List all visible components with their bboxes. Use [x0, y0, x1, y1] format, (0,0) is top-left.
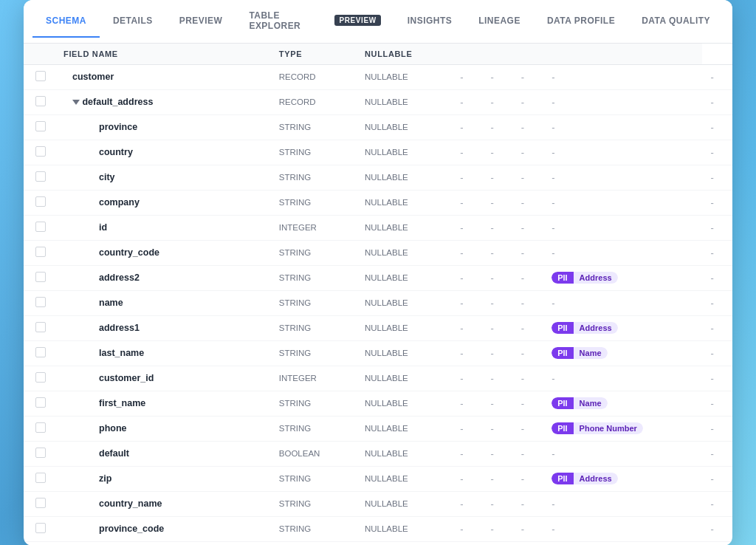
- tab-lineage[interactable]: LINEAGE: [465, 5, 534, 38]
- row-checkbox[interactable]: [35, 397, 46, 408]
- row-checkbox[interactable]: [35, 322, 46, 332]
- row-checkbox-cell: [24, 215, 55, 240]
- c3-cell: -: [512, 140, 543, 165]
- tab-data-quality[interactable]: DATA QUALITY: [628, 5, 724, 38]
- nullable-cell: NULLABLE: [356, 240, 451, 265]
- nullable-cell: NULLABLE: [356, 491, 451, 516]
- field-name-text: zip: [99, 473, 111, 484]
- last-col-cell: -: [702, 240, 732, 265]
- field-name-text: province_code: [99, 524, 164, 534]
- row-checkbox[interactable]: [35, 247, 46, 257]
- field-name-text: city: [99, 172, 115, 182]
- row-checkbox[interactable]: [35, 347, 46, 357]
- pii-cell: -: [543, 290, 701, 315]
- c2-cell: -: [481, 366, 512, 391]
- field-name-text: company: [99, 197, 140, 208]
- last-col-cell: -: [702, 391, 732, 416]
- c1-cell: -: [451, 64, 481, 89]
- row-checkbox[interactable]: [35, 121, 46, 131]
- row-checkbox[interactable]: [35, 222, 46, 232]
- pii-label: PII: [551, 397, 573, 409]
- table-row: country_nameSTRINGNULLABLE-----: [24, 491, 732, 516]
- field-name-cell: company: [55, 190, 270, 215]
- field-type-cell: BOOLEAN: [270, 441, 356, 466]
- col-c4: [543, 44, 701, 65]
- c1-cell: -: [451, 240, 481, 265]
- last-col-cell: -: [702, 140, 732, 165]
- row-checkbox[interactable]: [35, 523, 46, 533]
- field-name-text: name: [99, 298, 123, 308]
- col-field-name: FIELD NAME: [55, 44, 270, 65]
- pii-label: PII: [551, 322, 573, 334]
- c2-cell: -: [481, 140, 512, 165]
- c3-cell: -: [512, 240, 543, 265]
- row-checkbox-cell: [24, 265, 55, 290]
- tab-details[interactable]: DETAILS: [100, 5, 166, 38]
- field-name-cell: customer_id: [55, 366, 270, 391]
- table-row: phoneSTRINGNULLABLE---PIIPhone Number-: [24, 416, 732, 441]
- row-checkbox[interactable]: [35, 96, 46, 106]
- c2-cell: -: [481, 165, 512, 190]
- nullable-cell: NULLABLE: [356, 190, 451, 215]
- pii-label: PII: [551, 347, 573, 359]
- last-col-cell: -: [702, 441, 732, 466]
- table-row: province_codeSTRINGNULLABLE-----: [24, 516, 732, 541]
- pii-cell: -: [543, 89, 701, 114]
- c1-cell: -: [451, 340, 481, 366]
- nullable-cell: NULLABLE: [356, 165, 451, 190]
- row-checkbox[interactable]: [35, 272, 46, 282]
- nullable-cell: NULLABLE: [356, 315, 451, 340]
- last-col-cell: -: [702, 466, 732, 491]
- tab-insights[interactable]: INSIGHTS: [394, 5, 466, 38]
- expand-down-btn[interactable]: [72, 100, 80, 105]
- row-checkbox[interactable]: [35, 171, 46, 182]
- c1-cell: -: [451, 290, 481, 315]
- row-checkbox[interactable]: [35, 71, 46, 81]
- c3-cell: -: [512, 190, 543, 215]
- table-row: country_codeSTRINGNULLABLE-----: [24, 240, 732, 265]
- row-checkbox[interactable]: [35, 297, 46, 307]
- field-type-cell: RECORD: [270, 64, 356, 89]
- tab-schema[interactable]: SCHEMA: [32, 5, 100, 38]
- col-checkbox: [24, 44, 55, 65]
- main-container: SCHEMA DETAILS PREVIEW TABLE EXPLORER PR…: [24, 0, 732, 545]
- tab-preview[interactable]: PREVIEW: [166, 5, 236, 38]
- tab-data-profile[interactable]: DATA PROFILE: [534, 5, 628, 38]
- c2-cell: -: [481, 290, 512, 315]
- c1-cell: -: [451, 416, 481, 441]
- c1-cell: -: [451, 165, 481, 190]
- row-checkbox[interactable]: [35, 422, 46, 433]
- field-type-cell: STRING: [270, 340, 356, 366]
- field-name-cell: province: [55, 114, 270, 140]
- row-checkbox-cell: [24, 140, 55, 165]
- c2-cell: -: [481, 265, 512, 290]
- pii-badge: PIIPhone Number: [551, 422, 643, 434]
- col-type: TYPE: [270, 44, 356, 65]
- last-col-cell: -: [702, 366, 732, 391]
- row-checkbox[interactable]: [35, 498, 46, 508]
- field-type-cell: RECORD: [270, 89, 356, 114]
- c1-cell: -: [451, 265, 481, 290]
- c2-cell: -: [481, 416, 512, 441]
- row-checkbox-cell: [24, 416, 55, 441]
- c1-cell: -: [451, 516, 481, 541]
- c1-cell: -: [451, 366, 481, 391]
- c1-cell: -: [451, 89, 481, 114]
- row-checkbox[interactable]: [35, 146, 46, 157]
- table-row: citySTRINGNULLABLE-----: [24, 165, 732, 190]
- c3-cell: -: [512, 441, 543, 466]
- field-type-cell: INTEGER: [270, 366, 356, 391]
- row-checkbox[interactable]: [35, 473, 46, 483]
- row-checkbox[interactable]: [35, 448, 46, 458]
- field-name-text: country_code: [99, 247, 159, 258]
- row-checkbox[interactable]: [35, 196, 46, 207]
- row-checkbox[interactable]: [35, 372, 46, 383]
- field-name-cell: customer: [55, 64, 270, 89]
- field-type-cell: STRING: [270, 315, 356, 340]
- pii-cell: -: [543, 190, 701, 215]
- field-type-cell: STRING: [270, 516, 356, 541]
- tab-table-explorer[interactable]: TABLE EXPLORER PREVIEW: [236, 0, 394, 43]
- c1-cell: -: [451, 391, 481, 416]
- c2-cell: -: [481, 340, 512, 366]
- last-col-cell: -: [702, 315, 732, 340]
